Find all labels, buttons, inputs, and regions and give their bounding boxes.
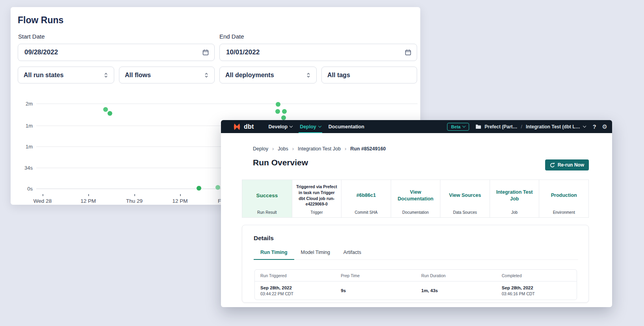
card-value[interactable]: View Documentation xyxy=(394,189,437,202)
select-value: All run states xyxy=(24,72,63,79)
dbt-logo-icon[interactable] xyxy=(233,123,241,131)
breadcrumb-item: Run #85249160 xyxy=(350,146,386,152)
flow-run-point[interactable] xyxy=(281,115,286,120)
rerun-refresh-icon xyxy=(550,163,555,168)
calendar-icon[interactable] xyxy=(405,49,411,56)
breadcrumb-item[interactable]: Deploy xyxy=(253,146,268,152)
dbt-brand-text: dbt xyxy=(244,123,254,130)
table-column-header: Run Duration xyxy=(416,273,496,278)
end-date-label: End Date xyxy=(219,33,244,40)
card-label: Data Sources xyxy=(440,210,490,215)
card-label: Environment xyxy=(539,210,588,215)
breadcrumb: Deploy›Jobs›Integration Test Job›Run #85… xyxy=(253,146,386,152)
start-date-label: Start Date xyxy=(18,33,45,40)
card-label: Run Result xyxy=(242,210,292,215)
project-name[interactable]: Prefect (Part… xyxy=(484,124,517,130)
summary-card-environment: ProductionEnvironment xyxy=(539,180,588,217)
tab-run-timing[interactable]: Run Timing xyxy=(254,247,294,260)
chart-gridline xyxy=(36,104,418,104)
select-value: All tags xyxy=(327,72,350,79)
flow-run-point[interactable] xyxy=(108,111,112,116)
table-cell: Sep 28th, 202203:46:16 PM CDT xyxy=(496,285,577,296)
x-axis-tick-label: F xyxy=(218,198,221,204)
filter-select-all-run-states[interactable]: All run states xyxy=(18,67,114,83)
details-tabs: Run TimingModel TimingArtifacts xyxy=(254,247,578,260)
tab-artifacts[interactable]: Artifacts xyxy=(337,247,368,260)
breadcrumb-separator: › xyxy=(272,146,274,152)
folder-icon xyxy=(475,124,481,129)
flow-run-point[interactable] xyxy=(103,107,108,112)
x-axis-tick-label: Thu 29 xyxy=(126,198,143,204)
filter-select-all-tags[interactable]: All tags xyxy=(321,67,417,83)
filter-select-all-flows[interactable]: All flows xyxy=(119,67,215,83)
nav-item-documentation[interactable]: Documentation xyxy=(327,120,366,133)
card-value: Success xyxy=(256,192,278,199)
card-value[interactable]: #6b86c1 xyxy=(356,192,376,198)
flow-runs-title: Flow Runs xyxy=(18,15,63,26)
nav-item-label: Documentation xyxy=(328,124,364,130)
table-header-row: Run TriggeredPrep TimeRun DurationComple… xyxy=(255,270,577,282)
flow-run-point[interactable] xyxy=(197,186,201,191)
x-axis-tick-mark xyxy=(134,194,135,196)
table-cell: 1m, 43s xyxy=(416,288,496,293)
start-date-input-wrap xyxy=(18,44,215,61)
end-date-input[interactable] xyxy=(225,48,405,57)
breadcrumb-separator: › xyxy=(345,146,346,152)
calendar-icon[interactable] xyxy=(202,49,209,56)
chevron-down-icon xyxy=(290,124,293,128)
card-label: Documentation xyxy=(391,210,440,215)
beta-label: Beta xyxy=(451,124,460,129)
table-cell-primary: Sep 28th, 2022 xyxy=(260,285,335,290)
tab-model-timing[interactable]: Model Timing xyxy=(294,247,337,260)
beta-dropdown[interactable]: Beta xyxy=(447,123,469,131)
flow-run-point[interactable] xyxy=(282,109,287,114)
table-cell-primary: 9s xyxy=(341,288,416,293)
page-title: Run Overview xyxy=(253,158,308,167)
table-column-header: Completed xyxy=(496,273,577,278)
filter-select-all-deployments[interactable]: All deployments xyxy=(219,67,317,83)
table-column-header: Run Triggered xyxy=(255,273,335,278)
environment-name[interactable]: Integration Test (dbt L… xyxy=(526,124,580,130)
x-axis-tick-mark xyxy=(88,194,89,196)
breadcrumb-item[interactable]: Integration Test Job xyxy=(298,146,341,152)
chevron-down-icon xyxy=(318,124,321,128)
card-value[interactable]: Integration Test Job xyxy=(493,189,536,202)
x-axis-tick-label: 12 PM xyxy=(172,198,187,204)
x-axis-tick-mark xyxy=(43,194,43,196)
flow-run-point[interactable] xyxy=(215,185,220,190)
flow-run-point[interactable] xyxy=(275,109,280,114)
project-breadcrumb: Prefect (Part… / Integration Test (dbt L… xyxy=(475,124,585,130)
help-icon[interactable]: ? xyxy=(593,124,596,130)
table-cell-primary: 1m, 43s xyxy=(421,288,496,293)
chevron-down-icon[interactable] xyxy=(583,124,586,128)
rerun-now-button[interactable]: Re-run Now xyxy=(545,159,589,170)
y-axis-tick-label: 0s xyxy=(14,186,33,192)
nav-item-label: Deploy xyxy=(300,124,316,130)
details-title: Details xyxy=(254,235,274,242)
table-cell: Sep 28th, 202203:44:22 PM CDT xyxy=(255,285,335,296)
table-cell-primary: Sep 28th, 2022 xyxy=(502,285,577,290)
chevron-down-icon xyxy=(462,124,466,128)
nav-menu: DevelopDeployDocumentation xyxy=(267,120,370,133)
summary-card-trigger: Triggered via Prefect in task run Trigge… xyxy=(292,180,341,217)
details-panel: Details Run TimingModel TimingArtifacts … xyxy=(242,225,589,303)
card-label: Commit SHA xyxy=(341,210,391,215)
summary-card-data-sources: View SourcesData Sources xyxy=(440,180,490,217)
gear-icon[interactable]: ⚙ xyxy=(602,123,607,130)
card-value[interactable]: View Sources xyxy=(449,192,481,198)
flow-run-point[interactable] xyxy=(276,102,280,107)
card-value[interactable]: Production xyxy=(551,192,577,198)
start-date-input[interactable] xyxy=(24,48,202,57)
table-cell-secondary: 03:44:22 PM CDT xyxy=(260,291,335,296)
updown-chevron-icon xyxy=(104,72,108,78)
breadcrumb-item[interactable]: Jobs xyxy=(278,146,288,152)
select-value: All flows xyxy=(125,72,151,79)
x-axis-tick-mark xyxy=(180,194,181,196)
nav-item-deploy[interactable]: Deploy xyxy=(299,120,322,133)
nav-item-develop[interactable]: Develop xyxy=(267,120,293,133)
table-cell-secondary: 03:46:16 PM CDT xyxy=(502,291,577,296)
summary-card-run-result: SuccessRun Result xyxy=(242,180,292,217)
card-value: Triggered via Prefect in task run Trigge… xyxy=(295,184,338,207)
table-cell: 9s xyxy=(335,288,416,293)
summary-card-documentation: View DocumentationDocumentation xyxy=(391,180,440,217)
